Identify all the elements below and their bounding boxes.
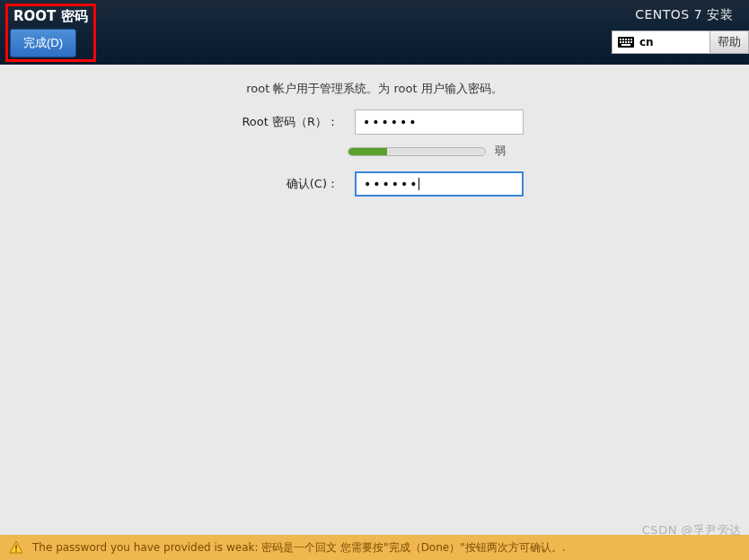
password-row: Root 密码（R）： [105,109,644,135]
svg-rect-12 [15,545,17,549]
keyboard-layout-text: cn [639,36,654,48]
right-controls: cn 帮助 [612,31,749,54]
keyboard-layout-indicator[interactable]: cn [612,31,710,54]
svg-rect-4 [628,39,630,40]
root-password-input[interactable] [355,109,524,135]
password-strength-fill [348,148,387,155]
topbar-left: ROOT 密码 完成(D) [0,0,101,65]
svg-rect-2 [622,39,624,40]
svg-rect-11 [621,44,630,46]
svg-rect-7 [622,41,624,43]
svg-rect-3 [625,39,627,40]
password-label: Root 密码（R）： [213,114,339,130]
warning-icon [9,540,23,555]
help-button[interactable]: 帮助 [710,31,749,54]
done-button[interactable]: 完成(D) [10,29,76,57]
top-bar: ROOT 密码 完成(D) CENTOS 7 安装 [0,0,749,65]
svg-rect-1 [620,39,621,40]
password-strength-bar [348,147,486,156]
confirm-label: 确认(C)： [213,176,339,192]
help-label: 帮助 [718,34,741,50]
confirm-password-value: •••••• [364,177,419,191]
topbar-right: CENTOS 7 安装 [612,0,749,65]
text-cursor [419,178,419,190]
svg-rect-8 [625,41,627,43]
status-warning-text: The password you have provided is weak: … [32,540,566,556]
keyboard-icon [618,37,634,48]
confirm-row: 确认(C)： •••••• [105,171,644,197]
svg-rect-5 [630,39,632,40]
password-strength-label: 弱 [495,144,506,159]
confirm-password-input[interactable]: •••••• [355,171,524,197]
screen-title: ROOT 密码 [10,8,92,29]
strength-row: 弱 [105,144,644,159]
status-bar: The password you have provided is weak: … [0,535,749,560]
svg-rect-10 [630,41,632,43]
svg-rect-6 [620,41,621,43]
installer-title: CENTOS 7 安装 [635,7,749,23]
done-highlight-box: ROOT 密码 完成(D) [5,4,96,62]
content-area: root 帐户用于管理系统。为 root 用户输入密码。 Root 密码（R）：… [0,65,749,206]
description-text: root 帐户用于管理系统。为 root 用户输入密码。 [246,81,503,97]
svg-rect-13 [15,550,17,552]
svg-rect-9 [628,41,630,43]
